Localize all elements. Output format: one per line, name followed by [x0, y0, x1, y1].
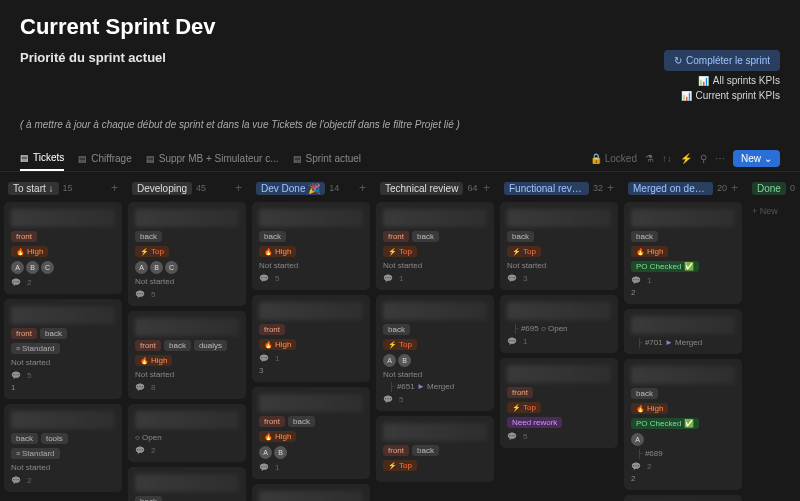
- sub-issue[interactable]: #701 Merged: [631, 338, 735, 347]
- tab-chiffrage[interactable]: ▤Chiffrage: [78, 147, 131, 170]
- tag-tools: tools: [41, 433, 68, 444]
- tab-suppr-mb-simulateur-c-[interactable]: ▤Suppr MB + Simulateur c...: [146, 147, 279, 170]
- table-icon: ▤: [20, 153, 29, 163]
- more-icon[interactable]: ⋯: [715, 153, 725, 164]
- complete-sprint-button[interactable]: ↻ Compléter le sprint: [664, 50, 780, 71]
- priority-tag: Standard: [11, 343, 60, 354]
- column-title[interactable]: Technical review: [380, 182, 463, 195]
- kanban-card[interactable]: frontbackTopNot started1: [376, 202, 494, 290]
- avatar[interactable]: B: [26, 261, 39, 274]
- card-footer: 1: [383, 274, 487, 283]
- kanban-card[interactable]: backHighNot started5: [252, 202, 370, 290]
- sort-icon[interactable]: ↑↓: [662, 153, 672, 164]
- sub-issue[interactable]: #651 Merged: [383, 382, 487, 391]
- card-footer: 5: [11, 371, 115, 380]
- tag-back: back: [11, 433, 38, 444]
- column-title[interactable]: Dev Done 🎉: [256, 182, 325, 195]
- kanban-card[interactable]: backTopABCNot started5: [128, 202, 246, 306]
- avatar[interactable]: C: [41, 261, 54, 274]
- kanban-card[interactable]: frontbackHighAB1: [252, 387, 370, 479]
- column-title[interactable]: Functional review 👀: [504, 182, 589, 195]
- card-title-blurred: [11, 209, 115, 227]
- priority-tag: Top: [507, 246, 541, 257]
- priority-tag: Top: [383, 339, 417, 350]
- card-title-blurred: [507, 302, 611, 320]
- tag-front: front: [11, 231, 37, 242]
- column-header: Done0+: [748, 178, 800, 198]
- add-card-icon[interactable]: +: [483, 181, 490, 195]
- avatar[interactable]: B: [150, 261, 163, 274]
- add-card-icon[interactable]: +: [111, 181, 118, 195]
- flash-icon[interactable]: ⚡: [680, 153, 692, 164]
- add-card-icon[interactable]: +: [731, 181, 738, 195]
- kanban-card[interactable]: Open2: [128, 404, 246, 462]
- add-card-icon[interactable]: +: [359, 181, 366, 195]
- column-dev-done-: Dev Done 🎉14+backHighNot started5frontHi…: [252, 178, 370, 501]
- column-title[interactable]: Developing: [132, 182, 192, 195]
- avatar[interactable]: C: [165, 261, 178, 274]
- kanban-card[interactable]: frontbackdualysHighNot started8: [128, 311, 246, 399]
- card-footer: 5: [383, 395, 487, 404]
- priority-tag: High: [259, 246, 296, 257]
- extra-count: 1: [11, 383, 115, 392]
- column-title[interactable]: Merged on develop ✨: [628, 182, 713, 195]
- avatar[interactable]: B: [274, 446, 287, 459]
- card-footer: 1: [507, 337, 611, 346]
- avatar[interactable]: A: [631, 433, 644, 446]
- tag-front: front: [259, 416, 285, 427]
- search-icon[interactable]: ⚲: [700, 153, 707, 164]
- avatar[interactable]: A: [383, 354, 396, 367]
- avatar[interactable]: A: [135, 261, 148, 274]
- tag-back: back: [135, 496, 162, 501]
- column-count: 32: [593, 183, 603, 193]
- kanban-card[interactable]: backHighPO Checked ✅12: [624, 202, 742, 304]
- table-icon: ▤: [293, 154, 302, 164]
- kanban-card[interactable]: frontbackStandardNot started51: [4, 299, 122, 399]
- add-new-card[interactable]: + New: [748, 202, 800, 220]
- add-new-card[interactable]: + New: [4, 497, 122, 501]
- kanban-card[interactable]: backTopNot started3: [500, 202, 618, 290]
- avatar[interactable]: A: [11, 261, 24, 274]
- column-title[interactable]: Done: [752, 182, 786, 195]
- tab-tickets[interactable]: ▤Tickets: [20, 146, 64, 171]
- kanban-card[interactable]: frontHighABC2: [4, 202, 122, 294]
- filter-icon[interactable]: ⚗: [645, 153, 654, 164]
- tag-back: back: [288, 416, 315, 427]
- kanban-card[interactable]: #695 Open1: [500, 295, 618, 353]
- current-sprint-kpis-link[interactable]: Current sprint KPIs: [681, 90, 780, 101]
- column-title[interactable]: To start ↓: [8, 182, 59, 195]
- card-title-blurred: [135, 474, 239, 492]
- avatar[interactable]: B: [398, 354, 411, 367]
- kanban-card[interactable]: #704 Open#1326 Open4: [252, 484, 370, 501]
- add-card-icon[interactable]: +: [607, 181, 614, 195]
- kanban-card[interactable]: frontbackTop: [376, 416, 494, 482]
- card-footer: 2: [631, 462, 735, 471]
- tab-sprint-actuel[interactable]: ▤Sprint actuel: [293, 147, 362, 170]
- column-header: To start ↓15+: [4, 178, 122, 198]
- tag-back: back: [259, 231, 286, 242]
- kanban-card[interactable]: backStandardNon Applicable: [624, 495, 742, 501]
- sub-issue[interactable]: #689: [631, 449, 735, 458]
- kanban-card[interactable]: frontHigh13: [252, 295, 370, 382]
- kanban-card[interactable]: backHighPO Checked ✅A#68922: [624, 359, 742, 490]
- sub-issue[interactable]: #695 Open: [507, 324, 611, 333]
- kanban-card[interactable]: #701 Merged: [624, 309, 742, 354]
- add-card-icon[interactable]: +: [235, 181, 242, 195]
- kanban-card[interactable]: backHighTNot started2: [128, 467, 246, 501]
- tag-back: back: [164, 340, 191, 351]
- avatar[interactable]: A: [259, 446, 272, 459]
- kanban-card[interactable]: backtoolsStandardNot started2: [4, 404, 122, 492]
- column-header: Dev Done 🎉14+: [252, 178, 370, 198]
- status-label: Not started: [383, 261, 487, 270]
- kanban-card[interactable]: frontTopNeed rework5: [500, 358, 618, 448]
- tag-back: back: [631, 388, 658, 399]
- kanban-card[interactable]: backTopABNot started#651 Merged5: [376, 295, 494, 411]
- column-count: 20: [717, 183, 727, 193]
- all-sprints-kpis-link[interactable]: All sprints KPIs: [698, 75, 780, 86]
- column-developing: Developing45+backTopABCNot started5front…: [128, 178, 246, 501]
- column-header: Merged on develop ✨20+: [624, 178, 742, 198]
- card-footer: 5: [507, 432, 611, 441]
- status-label: Not started: [507, 261, 611, 270]
- new-button[interactable]: New ⌄: [733, 150, 780, 167]
- priority-tag: Standard: [11, 448, 60, 459]
